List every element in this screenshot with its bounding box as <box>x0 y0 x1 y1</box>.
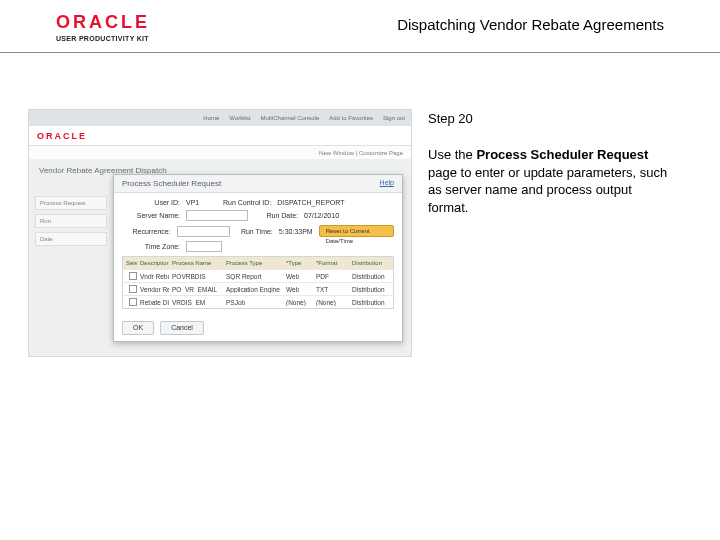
modal-title: Process Scheduler Request <box>122 179 221 188</box>
server-name-label: Server Name: <box>122 212 180 219</box>
page-title: Dispatching Vendor Rebate Agreements <box>397 12 664 33</box>
cancel-button[interactable]: Cancel <box>160 321 204 335</box>
side-panel: Process Request Run Date <box>35 196 107 250</box>
cell-description: Rebate Dispatch & Email <box>137 299 169 306</box>
col-format: *Format <box>313 260 349 266</box>
col-distribution: Distribution <box>349 260 393 266</box>
app-subnav: New Window | Customize Page <box>29 146 411 160</box>
col-process-name: Process Name <box>169 260 223 266</box>
step-instruction: Use the Process Scheduler Request page t… <box>428 146 674 216</box>
row-checkbox[interactable] <box>129 285 137 293</box>
cell-type[interactable]: Web <box>283 273 313 280</box>
cell-format[interactable]: TXT <box>313 286 349 293</box>
brand-logo: ORACLE USER PRODUCTIVITY KIT <box>56 12 150 42</box>
row-checkbox[interactable] <box>129 272 137 280</box>
user-id-label: User ID: <box>122 199 180 206</box>
cell-pname: POVRBDIS <box>169 273 223 280</box>
ok-button[interactable]: OK <box>122 321 154 335</box>
app-brandbar: ORACLE <box>29 126 411 146</box>
nav-item: Add to Favorites <box>329 115 373 121</box>
cell-dist[interactable]: Distribution <box>349 273 393 280</box>
col-type: *Type <box>283 260 313 266</box>
side-item: Process Request <box>35 196 107 210</box>
nav-item: Home <box>203 115 219 121</box>
run-date-label: Run Date: <box>254 212 298 219</box>
run-control-value: DISPATCH_REPORT <box>277 199 344 206</box>
brand-main: ORACLE <box>56 12 150 33</box>
run-time-label: Run Time: <box>236 228 273 235</box>
nav-item: MultiChannel Console <box>261 115 320 121</box>
cell-type[interactable]: (None) <box>283 299 313 306</box>
instruction-prefix: Use the <box>428 147 476 162</box>
cell-format[interactable]: PDF <box>313 273 349 280</box>
app-screenshot: Home Worklist MultiChannel Console Add t… <box>28 109 412 357</box>
cell-type[interactable]: Web <box>283 286 313 293</box>
recurrence-label: Recurrence: <box>122 228 171 235</box>
nav-item: Worklist <box>229 115 250 121</box>
cell-format[interactable]: (None) <box>313 299 349 306</box>
time-zone-input[interactable] <box>186 241 222 252</box>
cell-pname: VRDIS_EM <box>169 299 223 306</box>
cell-ptype: SQR Report <box>223 273 283 280</box>
process-scheduler-modal: Process Scheduler Request Help User ID: … <box>113 174 403 342</box>
reset-time-button[interactable]: Reset to Current Date/Time <box>319 225 394 237</box>
server-name-input[interactable] <box>186 210 248 221</box>
table-row: Vndr Rebate Dispatch POVRBDIS SQR Report… <box>123 269 393 282</box>
row-checkbox[interactable] <box>129 298 137 306</box>
help-link[interactable]: Help <box>380 179 394 188</box>
cell-dist[interactable]: Distribution <box>349 299 393 306</box>
app-brand: ORACLE <box>37 131 87 141</box>
side-item: Run <box>35 214 107 228</box>
app-topnav: Home Worklist MultiChannel Console Add t… <box>29 110 411 126</box>
instruction-bold: Process Scheduler Request <box>476 147 648 162</box>
process-grid: Select Description Process Name Process … <box>122 256 394 309</box>
nav-item: Sign out <box>383 115 405 121</box>
cell-ptype: Application Engine <box>223 286 283 293</box>
run-control-label: Run Control ID: <box>205 199 271 206</box>
instruction-suffix: page to enter or update parameters, such… <box>428 165 667 215</box>
col-process-type: Process Type <box>223 260 283 266</box>
cell-dist[interactable]: Distribution <box>349 286 393 293</box>
step-number: Step 20 <box>428 111 674 126</box>
side-item: Date <box>35 232 107 246</box>
cell-pname: PO_VR_EMAIL <box>169 286 223 293</box>
run-time-value: 5:30:33PM <box>279 228 313 235</box>
table-row: Rebate Dispatch & Email VRDIS_EM PSJob (… <box>123 295 393 308</box>
recurrence-input[interactable] <box>177 226 230 237</box>
user-id-value: VP1 <box>186 199 199 206</box>
run-date-value: 07/12/2010 <box>304 212 339 219</box>
col-select: Select <box>123 260 137 266</box>
brand-sub: USER PRODUCTIVITY KIT <box>56 35 149 42</box>
col-description: Description <box>137 260 169 266</box>
time-zone-label: Time Zone: <box>122 243 180 250</box>
subnav-text: New Window | Customize Page <box>319 150 403 156</box>
cell-description: Vndr Rebate Dispatch <box>137 273 169 280</box>
cell-description: Vendor Rebate Email <box>137 286 169 293</box>
table-row: Vendor Rebate Email PO_VR_EMAIL Applicat… <box>123 282 393 295</box>
cell-ptype: PSJob <box>223 299 283 306</box>
